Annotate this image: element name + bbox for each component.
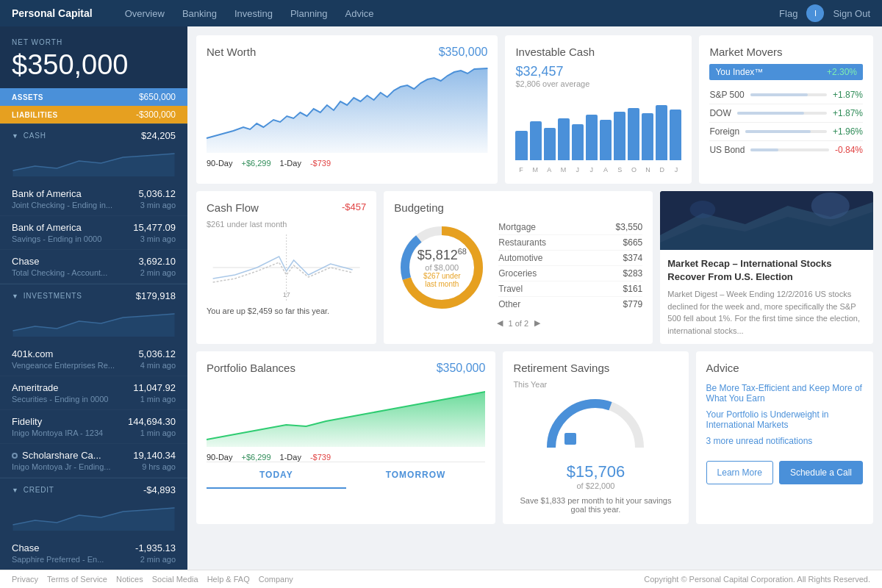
budget-amount: $3,550: [616, 222, 643, 232]
retirement-amount: $15,706: [513, 462, 678, 481]
budgeting-title: Budgeting: [394, 201, 444, 214]
budget-amount: $283: [623, 268, 643, 279]
account-row2: Joint Checking - Ending in... 3 min ago: [12, 201, 176, 209]
investable-cash-subtitle: $2,806 over average: [515, 79, 681, 88]
next-page-icon[interactable]: ▶: [534, 318, 540, 328]
section-credit[interactable]: ▼ CREDIT -$4,893: [0, 478, 187, 501]
account-item[interactable]: Bank of America 5,036.12 Joint Checking …: [0, 182, 187, 216]
assets-bar[interactable]: ASSETS $650,000: [0, 88, 187, 106]
mover-bar-wrap: [737, 112, 827, 115]
inv-bar-col: [614, 112, 625, 160]
nav-signout[interactable]: Sign Out: [833, 8, 870, 19]
footer-link-3[interactable]: Social Media: [152, 575, 198, 584]
news-card: Market Recap – International Stocks Reco…: [660, 191, 873, 344]
learn-more-button[interactable]: Learn More: [706, 461, 773, 484]
nav-banking[interactable]: Banking: [182, 8, 217, 19]
inv-bar-fill: [530, 121, 542, 160]
portfolio-header: Portfolio Balances $350,000: [207, 362, 485, 375]
investable-cash-labels: FMAMJJASONDJ: [515, 166, 681, 173]
inv-bar-fill: [572, 124, 584, 160]
retirement-card: Retirement Savings This Year $15,706 of …: [503, 351, 688, 524]
prev-page-icon[interactable]: ◀: [497, 318, 503, 328]
mover-item: US Bond -0.84%: [709, 141, 863, 159]
advice-buttons: Learn More Schedule a Call: [706, 461, 863, 484]
liabilities-bar[interactable]: LIABILITIES -$300,000: [0, 106, 187, 123]
tab-today[interactable]: TODAY: [207, 462, 346, 489]
budget-category: Other: [498, 299, 520, 309]
account-balance: 144,694.30: [128, 416, 176, 427]
inv-bar-col: [558, 118, 570, 160]
advice-notifications[interactable]: 3 more unread notifications: [706, 433, 863, 449]
advice-link-2[interactable]: Your Portfolio is Underweight in Interna…: [706, 406, 863, 433]
donut-of: of $8,000: [417, 263, 467, 272]
account-name: Scholarshare Ca...: [12, 450, 101, 461]
portfolio-value: $350,000: [437, 362, 486, 375]
advice-link-1[interactable]: Be More Tax-Efficient and Keep More of W…: [706, 380, 863, 406]
net-worth-card-header: Net Worth $350,000: [207, 46, 487, 59]
budget-amount: $665: [623, 237, 643, 248]
account-row2: Vengeance Enterprises Re... 4 min ago: [12, 361, 176, 370]
inv-bar-fill: [586, 115, 598, 160]
account-item[interactable]: Bank of America 15,477.09 Savings - Endi…: [0, 216, 187, 250]
tab-tomorrow[interactable]: TOMORROW: [346, 462, 486, 489]
row-3: Portfolio Balances $350,000: [196, 351, 873, 524]
row-2: Cash Flow -$457 $261 under last month 17…: [196, 191, 873, 344]
footer-link-0[interactable]: Privacy: [12, 575, 38, 584]
account-time: 3 min ago: [140, 234, 176, 243]
nav-advice[interactable]: Advice: [345, 8, 374, 19]
account-item[interactable]: Chase -1,935.13 Sapphire Preferred - En.…: [0, 537, 187, 570]
donut-amount: $5,81268: [417, 247, 467, 263]
nav-overview[interactable]: Overview: [125, 8, 165, 19]
account-balance: 5,036.12: [138, 188, 176, 199]
nw-90day-value: +$6,299: [241, 159, 270, 168]
inv-bar-label: F: [515, 166, 526, 173]
mover-bar: [750, 93, 808, 96]
main-layout: NET WORTH $350,000 ASSETS $650,000 LIABI…: [0, 26, 882, 570]
budget-item: Mortgage $3,550: [498, 220, 642, 235]
mover-name: S&P 500: [709, 90, 744, 100]
net-worth-card-value: $350,000: [439, 46, 488, 59]
nav-flag[interactable]: Flag: [779, 8, 797, 19]
account-name: Bank of America: [12, 222, 82, 233]
portfolio-footer: 90-Day +$6,299 1-Day -$739: [207, 453, 485, 462]
account-row1: Fidelity 144,694.30: [12, 416, 176, 427]
account-item[interactable]: 401k.com 5,036.12 Vengeance Enterprises …: [0, 343, 187, 376]
inv-bar-label: M: [558, 166, 569, 173]
avatar[interactable]: I: [806, 4, 824, 22]
net-worth-chart[interactable]: [207, 65, 487, 153]
portfolio-1day-value: -$739: [310, 453, 331, 462]
news-image: [660, 191, 873, 250]
credit-sparkline: [0, 504, 187, 534]
account-item[interactable]: Fidelity 144,694.30 Inigo Montoya IRA - …: [0, 410, 187, 444]
account-item[interactable]: Chase 3,692.10 Total Checking - Account.…: [0, 250, 187, 284]
budgeting-header: Budgeting: [394, 201, 642, 214]
footer-link-1[interactable]: Terms of Service: [47, 575, 107, 584]
budget-category: Automotive: [498, 253, 542, 263]
chevron-down-icon: ▼: [12, 293, 19, 300]
schedule-call-button[interactable]: Schedule a Call: [779, 461, 863, 484]
investable-cash-value: $32,457: [515, 64, 681, 79]
retirement-subtitle: This Year: [513, 380, 678, 389]
inv-bar-label: J: [670, 166, 681, 173]
cash-flow-chart[interactable]: 17: [207, 234, 366, 301]
mover-bar: [745, 130, 811, 133]
budget-category: Mortgage: [498, 222, 536, 232]
footer-link-2[interactable]: Notices: [116, 575, 143, 584]
portfolio-chart[interactable]: [207, 381, 485, 447]
account-item[interactable]: Scholarshare Ca... 19,140.34 Inigo Monto…: [0, 444, 187, 478]
nav-investing[interactable]: Investing: [234, 8, 273, 19]
market-movers-header: Market Movers: [709, 46, 863, 58]
you-index[interactable]: You Index™ +2.30%: [709, 64, 863, 80]
section-investments[interactable]: ▼ INVESTMENTS $179,918: [0, 284, 187, 307]
nav-planning[interactable]: Planning: [290, 8, 328, 19]
mover-bar-wrap: [750, 148, 829, 151]
sidebar-net-worth-value: $350,000: [12, 49, 176, 81]
budget-item: Travel $161: [498, 282, 642, 297]
footer-link-5[interactable]: Company: [259, 575, 293, 584]
mover-value: +1.87%: [833, 108, 863, 118]
page-indicator: 1 of 2: [509, 319, 529, 328]
cash-flow-header: Cash Flow -$457: [207, 201, 366, 214]
section-cash[interactable]: ▼ CASH $24,205: [0, 123, 187, 147]
footer-link-4[interactable]: Help & FAQ: [207, 575, 250, 584]
account-item[interactable]: Ameritrade 11,047.92 Securities - Ending…: [0, 376, 187, 410]
